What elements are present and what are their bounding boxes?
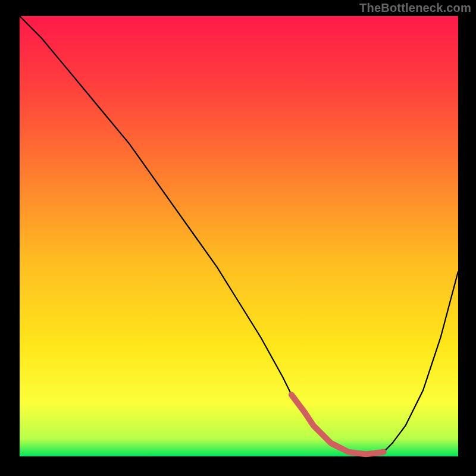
plot-area — [20, 16, 458, 456]
watermark-text: TheBottleneck.com — [359, 1, 471, 15]
chart-container: TheBottleneck.com — [0, 0, 476, 476]
bottleneck-curve-chart — [0, 0, 476, 476]
